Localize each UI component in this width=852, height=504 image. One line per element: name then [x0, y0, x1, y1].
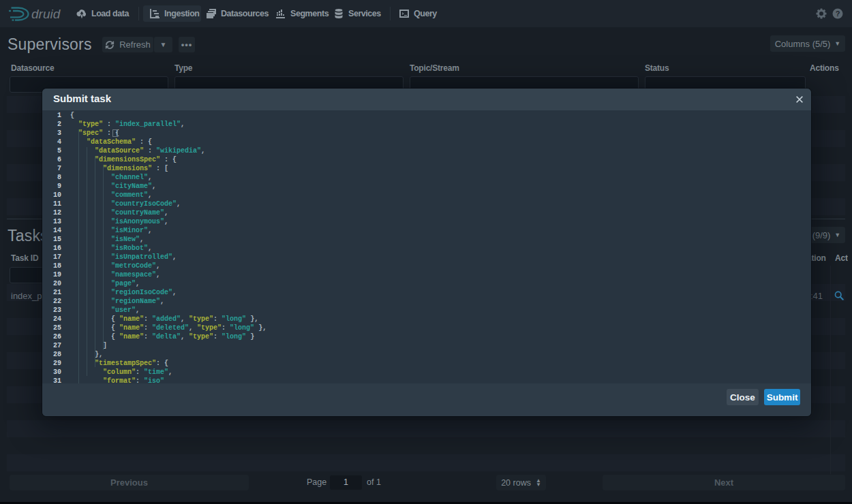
svg-text:druid: druid: [31, 7, 61, 21]
svg-text:?: ?: [836, 10, 840, 18]
